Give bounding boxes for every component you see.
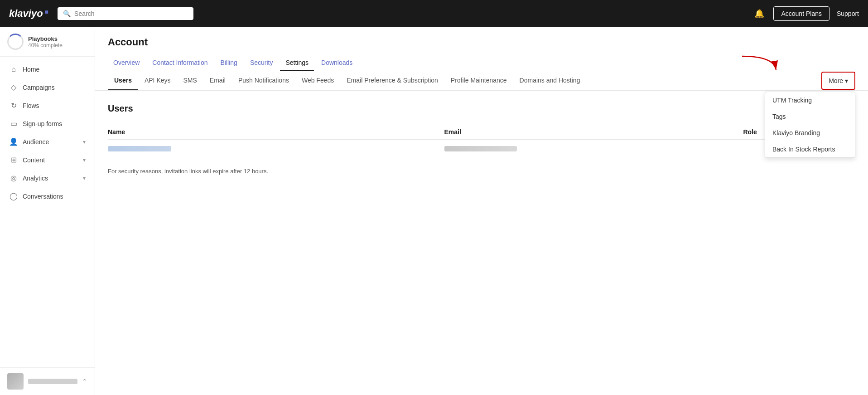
main-content: Account Overview Contact Information Bil…: [95, 27, 868, 395]
more-dropdown-container: More ▾ UTM Tracking Tags: [821, 72, 855, 90]
tab-downloads[interactable]: Downloads: [316, 55, 358, 71]
users-section-title: Users: [108, 103, 855, 114]
playbooks-progress-circle: [7, 34, 24, 50]
top-nav: klaviyo■ 🔍 🔔 Account Plans Support: [0, 0, 868, 27]
tab-contact-info[interactable]: Contact Information: [147, 55, 213, 71]
footer-chevron-icon[interactable]: ⌃: [82, 378, 87, 385]
subtab-api-keys[interactable]: API Keys: [138, 71, 177, 90]
playbooks-title: Playbooks: [28, 35, 63, 42]
sidebar-item-flows[interactable]: ↻ Flows: [2, 97, 93, 114]
search-icon: 🔍: [63, 10, 71, 17]
users-table: Name Email Role Owner: [108, 125, 855, 159]
user-name-cell: [108, 140, 444, 159]
tab-security[interactable]: Security: [245, 55, 279, 71]
top-tabs: Overview Contact Information Billing Sec…: [108, 55, 855, 71]
account-plans-button[interactable]: Account Plans: [773, 6, 829, 21]
dropdown-item-utm-tracking[interactable]: UTM Tracking: [765, 92, 855, 108]
content-area: Users Name Email Role: [95, 91, 868, 187]
sidebar-item-label: Content: [23, 156, 45, 164]
page-title: Account: [108, 36, 855, 48]
user-email-cell: [444, 140, 743, 159]
user-avatar: [7, 373, 24, 390]
analytics-icon: ◎: [9, 174, 18, 182]
tab-overview[interactable]: Overview: [108, 55, 145, 71]
sidebar-item-label: Campaigns: [23, 84, 55, 91]
subtab-sms[interactable]: SMS: [177, 71, 203, 90]
signup-forms-icon: ▭: [9, 119, 18, 128]
dropdown-item-tags[interactable]: Tags: [765, 108, 855, 125]
user-email-blurred-value: [444, 146, 517, 151]
col-header-email: Email: [444, 125, 743, 140]
page-header: Account Overview Contact Information Bil…: [95, 27, 868, 71]
nav-right: 🔔 Account Plans Support: [752, 6, 859, 21]
sub-tabs-row: Users API Keys SMS Email Push Notificati…: [95, 71, 868, 91]
sidebar-item-signup-forms[interactable]: ▭ Sign-up forms: [2, 115, 93, 132]
conversations-icon: ◯: [9, 192, 18, 200]
chevron-down-icon: ▾: [83, 157, 86, 163]
subtab-push-notifications[interactable]: Push Notifications: [232, 71, 295, 90]
home-icon: ⌂: [9, 65, 18, 73]
sidebar-item-label: Flows: [23, 102, 39, 109]
sidebar: Playbooks 40% complete ⌂ Home ◇ Campaign…: [0, 27, 95, 395]
chevron-down-icon: ▾: [83, 139, 86, 145]
sidebar-footer: ⌃: [0, 367, 95, 395]
more-button[interactable]: More ▾: [821, 72, 855, 90]
sidebar-item-label: Home: [23, 66, 39, 73]
subtab-web-feeds[interactable]: Web Feeds: [295, 71, 340, 90]
subtab-email[interactable]: Email: [203, 71, 232, 90]
audience-icon: 👤: [9, 137, 18, 146]
sidebar-item-label: Conversations: [23, 193, 63, 200]
dropdown-item-back-in-stock[interactable]: Back In Stock Reports: [765, 141, 855, 157]
tab-billing[interactable]: Billing: [215, 55, 243, 71]
sidebar-item-label: Sign-up forms: [23, 120, 62, 127]
content-icon: ⊞: [9, 156, 18, 164]
support-button[interactable]: Support: [837, 10, 859, 17]
tab-settings[interactable]: Settings: [280, 55, 314, 71]
sidebar-item-analytics[interactable]: ◎ Analytics ▾: [2, 169, 93, 187]
logo-text: klaviyo: [9, 8, 43, 20]
dropdown-item-klaviyo-branding[interactable]: Klaviyo Branding: [765, 125, 855, 141]
search-box: 🔍: [58, 7, 193, 20]
table-row: Owner: [108, 140, 855, 159]
campaigns-icon: ◇: [9, 83, 18, 92]
sidebar-item-label: Analytics: [23, 175, 48, 182]
playbooks-text: Playbooks 40% complete: [28, 35, 63, 49]
sidebar-item-label: Audience: [23, 138, 49, 146]
subtab-users[interactable]: Users: [108, 71, 138, 90]
sidebar-item-campaigns[interactable]: ◇ Campaigns: [2, 78, 93, 96]
notification-bell-button[interactable]: 🔔: [752, 7, 766, 20]
subtab-email-preference[interactable]: Email Preference & Subscription: [340, 71, 444, 90]
table-header: Name Email Role: [108, 125, 855, 140]
sidebar-item-audience[interactable]: 👤 Audience ▾: [2, 133, 93, 151]
user-name-blurred: [28, 379, 77, 384]
sidebar-item-conversations[interactable]: ◯ Conversations: [2, 187, 93, 205]
flows-icon: ↻: [9, 101, 18, 110]
search-input[interactable]: [74, 10, 188, 17]
logo: klaviyo■: [9, 8, 48, 20]
playbooks-card[interactable]: Playbooks 40% complete: [0, 27, 95, 57]
sidebar-item-content[interactable]: ⊞ Content ▾: [2, 151, 93, 169]
playbooks-subtitle: 40% complete: [28, 42, 63, 49]
col-header-name: Name: [108, 125, 444, 140]
security-note: For security reasons, invitation links w…: [108, 168, 855, 175]
sidebar-nav: ⌂ Home ◇ Campaigns ↻ Flows ▭ Sign-up for…: [0, 57, 95, 367]
user-name-blurred-value: [108, 146, 171, 151]
subtab-profile-maintenance[interactable]: Profile Maintenance: [444, 71, 513, 90]
chevron-down-icon: ▾: [83, 175, 86, 181]
more-dropdown-menu: UTM Tracking Tags Klaviyo Branding Back …: [765, 92, 855, 158]
sidebar-item-home[interactable]: ⌂ Home: [2, 61, 93, 78]
subtab-domains-hosting[interactable]: Domains and Hosting: [513, 71, 587, 90]
